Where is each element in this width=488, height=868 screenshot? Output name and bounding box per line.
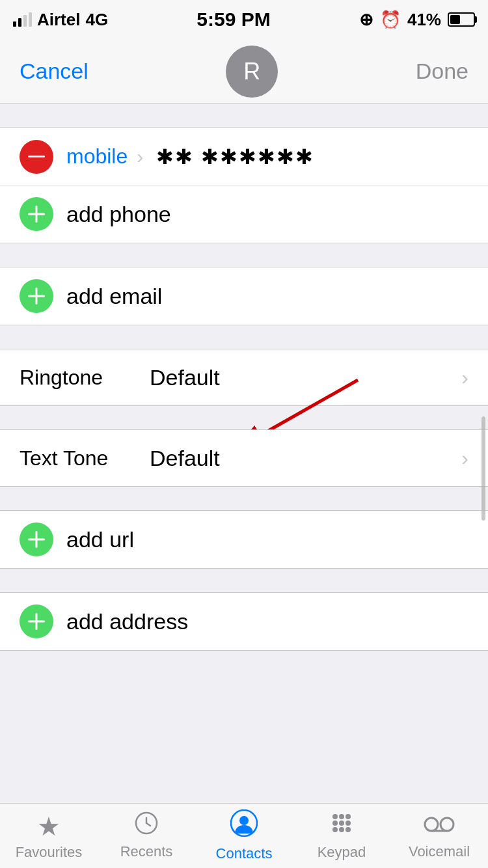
status-icons: ⊕ ⏰ 41%	[359, 10, 475, 30]
plus-icon-url	[28, 531, 45, 548]
add-url-label: add url	[66, 527, 134, 552]
section-gap-2	[0, 243, 488, 267]
recents-icon	[135, 811, 158, 841]
phone-row[interactable]: mobile › ✱✱ ✱✱✱✱✱✱	[0, 128, 488, 185]
svg-point-10	[332, 821, 338, 826]
svg-point-6	[239, 816, 249, 825]
svg-point-15	[346, 827, 351, 832]
ringtone-label: Ringtone	[20, 366, 150, 390]
tab-keypad[interactable]: Keypad	[303, 811, 381, 861]
svg-point-16	[425, 818, 438, 831]
tab-favourites-label: Favourites	[16, 844, 83, 861]
add-url-button[interactable]	[20, 522, 53, 556]
section-gap-1	[0, 104, 488, 128]
tab-contacts-label: Contacts	[216, 845, 273, 862]
tab-favourites[interactable]: ★ Favourites	[10, 811, 88, 861]
signal-icon	[13, 12, 32, 27]
tab-contacts[interactable]: Contacts	[205, 809, 283, 862]
section-gap-5	[0, 487, 488, 510]
phone-type-label[interactable]: mobile	[66, 144, 128, 169]
favourites-icon: ★	[37, 811, 61, 841]
svg-point-13	[332, 827, 338, 832]
svg-point-12	[346, 821, 351, 826]
remove-phone-button[interactable]	[20, 140, 53, 174]
url-section: add url	[0, 510, 488, 569]
lock-icon: ⊕	[359, 10, 373, 30]
contacts-icon	[230, 809, 258, 843]
svg-line-4	[146, 823, 150, 826]
tab-bar: ★ Favourites Recents Contacts	[0, 803, 488, 868]
done-button[interactable]: Done	[416, 59, 468, 84]
add-email-button[interactable]	[20, 279, 53, 313]
phone-number-masked[interactable]: ✱✱ ✱✱✱✱✱✱	[156, 144, 314, 169]
add-email-label: add email	[66, 284, 162, 309]
svg-point-11	[339, 821, 344, 826]
text-tone-label: Text Tone	[20, 446, 150, 470]
nav-bar: Cancel R Done	[0, 39, 488, 104]
plus-icon-email	[28, 288, 45, 305]
carrier-info: Airtel 4G	[13, 10, 108, 30]
battery-icon	[448, 12, 475, 27]
add-address-label: add address	[66, 609, 188, 634]
add-email-row[interactable]: add email	[0, 267, 488, 325]
section-gap-6	[0, 569, 488, 592]
tab-keypad-label: Keypad	[318, 844, 366, 861]
avatar: R	[226, 46, 278, 98]
add-address-row[interactable]: add address	[0, 593, 488, 650]
add-phone-row[interactable]: add phone	[0, 185, 488, 243]
ringtone-row[interactable]: Ringtone Default ›	[0, 349, 488, 406]
phone-section: mobile › ✱✱ ✱✱✱✱✱✱ add phone	[0, 128, 488, 243]
add-phone-button[interactable]	[20, 197, 53, 231]
alarm-icon: ⏰	[380, 10, 401, 30]
text-tone-value: Default	[150, 446, 455, 471]
tab-recents[interactable]: Recents	[107, 811, 185, 860]
email-section: add email	[0, 267, 488, 325]
text-tone-chevron: ›	[461, 446, 468, 470]
ringtone-value: Default	[150, 365, 455, 390]
network-type: 4G	[85, 10, 108, 30]
status-bar: Airtel 4G 5:59 PM ⊕ ⏰ 41%	[0, 0, 488, 39]
address-section: add address	[0, 592, 488, 651]
status-time: 5:59 PM	[197, 8, 270, 31]
add-url-row[interactable]: add url	[0, 511, 488, 568]
keypad-icon	[329, 811, 354, 841]
add-phone-label: add phone	[66, 202, 171, 227]
svg-point-14	[339, 827, 344, 832]
tab-voicemail-label: Voicemail	[409, 843, 470, 860]
svg-point-7	[332, 814, 338, 819]
svg-point-17	[441, 818, 454, 831]
text-tone-row[interactable]: Text Tone Default ›	[0, 429, 488, 487]
cancel-button[interactable]: Cancel	[20, 59, 88, 84]
ringtone-chevron: ›	[461, 366, 468, 390]
plus-icon-address	[28, 613, 45, 630]
tab-recents-label: Recents	[120, 843, 173, 860]
voicemail-icon	[424, 811, 455, 841]
carrier-name: Airtel	[37, 10, 80, 30]
svg-point-8	[339, 814, 344, 819]
tab-voicemail[interactable]: Voicemail	[400, 811, 478, 860]
add-address-button[interactable]	[20, 604, 53, 638]
plus-icon	[28, 206, 45, 223]
phone-type-chevron: ›	[137, 146, 143, 168]
scrollbar	[481, 416, 485, 521]
svg-point-9	[346, 814, 351, 819]
section-gap-4	[0, 406, 488, 429]
battery-percent: 41%	[407, 10, 441, 30]
section-gap-3	[0, 325, 488, 349]
